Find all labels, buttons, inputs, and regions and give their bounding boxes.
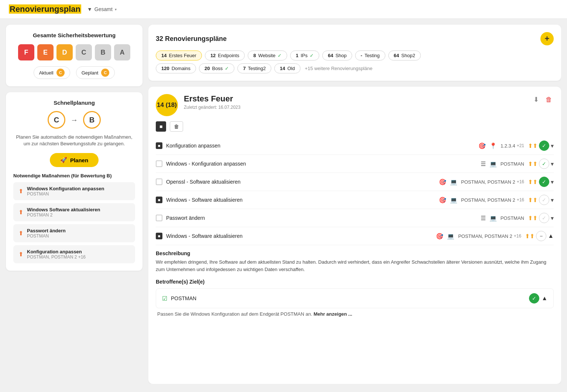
expand-button[interactable]: ▾ — [551, 178, 554, 185]
task-checkbox[interactable]: ■ — [156, 233, 162, 239]
plan-tag-testing2[interactable]: 7 Testing2 — [237, 63, 271, 73]
left-panel: Gesamte Sicherheitsbewertung F E D C B A… — [6, 25, 142, 384]
grade-c[interactable]: C — [76, 44, 92, 60]
betroffene-name: POSTMAN — [171, 295, 529, 301]
task-targets: POSTMAN — [501, 161, 524, 167]
chevron-down-icon: ▾ — [115, 7, 117, 11]
task-target-icon: 💻 — [450, 178, 457, 185]
detail-subtitle: Zuletzt geändert: 16.07.2023 — [184, 105, 532, 110]
grade-list: F E D C B A — [13, 44, 135, 60]
detail-actions: ⬇ 🗑 — [532, 94, 554, 105]
task-targets: POSTMAN, POSTMAN 2 +16 — [461, 179, 524, 185]
grade-d[interactable]: D — [56, 44, 73, 60]
to-grade: B — [83, 111, 101, 129]
betroffene-collapse-button[interactable]: ▲ — [542, 295, 547, 302]
task-checkbox[interactable]: ■ — [156, 142, 162, 149]
grade-f[interactable]: F — [18, 44, 34, 60]
approve-button[interactable]: ✓ — [539, 195, 549, 205]
plan-button[interactable]: 🚀 Planen — [50, 153, 99, 167]
plan-tags-row1: 14 Erstes Feuer 12 Endpoints 8 Website ✓… — [156, 51, 554, 60]
delete-button[interactable]: 🗑 — [544, 94, 554, 105]
betroffene-section: Betroffene(s) Ziel(e) ☑ POSTMAN ✓ ▲ Pass… — [156, 279, 554, 317]
priority-up-button[interactable]: ⬆⬆ — [528, 178, 537, 185]
plan-tag-shop[interactable]: 64 Shop — [322, 51, 352, 60]
table-row: Windows - Konfiguration anpassen ☰ 💻 POS… — [156, 155, 554, 173]
task-name: Windows - Software aktualisieren — [166, 233, 432, 239]
plan-tag-old[interactable]: 14 Old — [274, 63, 300, 73]
grade-flow: C → B — [13, 111, 135, 129]
massnahmen-item-sub: POSTMAN — [27, 191, 104, 197]
up-icon: ⬆ — [18, 251, 23, 258]
approve-button[interactable]: ✓ — [539, 141, 549, 151]
priority-up-button[interactable]: ⬆⬆ — [528, 215, 537, 222]
task-type-icon: 🎯 — [439, 178, 446, 185]
priority-up-button[interactable]: ⬆⬆ — [528, 197, 537, 204]
plan-tag-testing[interactable]: - Testing — [355, 51, 385, 60]
priority-up-button[interactable]: ⬆⬆ — [525, 233, 535, 240]
approve-button[interactable]: ✓ — [539, 213, 549, 223]
task-actions: ⬆⬆ ✓ ▾ — [528, 159, 554, 169]
plan-tag-domains[interactable]: 120 Domains — [156, 63, 196, 73]
task-name: Konfiguration anpassen — [166, 143, 475, 149]
from-grade: C — [48, 111, 65, 129]
select-all-button[interactable]: ■ — [156, 121, 166, 132]
approve-button[interactable]: ✓ — [539, 177, 549, 187]
massnahmen-list: ⬆ Windows Konfiguration anpassen POSTMAN… — [13, 182, 135, 263]
header: Renovierungsplan ▼ Gesamt ▾ — [0, 0, 567, 19]
task-name: Windows - Konfiguration anpassen — [166, 161, 477, 167]
betroffene-title: Betroffene(s) Ziel(e) — [156, 279, 554, 285]
grade-b[interactable]: B — [95, 44, 111, 60]
logo: Renovierungsplan — [9, 4, 81, 14]
check-icon: ✓ — [278, 53, 282, 58]
plan-tag-boss[interactable]: 20 Boss ✓ — [199, 63, 234, 73]
task-checkbox[interactable] — [156, 160, 162, 167]
schnell-title: Schnellplanung — [13, 100, 135, 106]
priority-up-button[interactable]: ⬆⬆ — [528, 142, 537, 149]
plan-tag-shop2[interactable]: 64 Shop2 — [388, 51, 421, 60]
task-checkbox[interactable] — [156, 178, 162, 185]
expand-button[interactable]: ▾ — [551, 142, 554, 149]
approve-button[interactable]: ✓ — [539, 159, 549, 169]
detail-card: 14 (18) Erstes Feuer Zuletzt geändert: 1… — [148, 87, 561, 384]
plan-tags-row2: 120 Domains 20 Boss ✓ 7 Testing2 14 Old … — [156, 63, 554, 73]
right-panel: 32 Renovierungspläne + 14 Erstes Feuer 1… — [148, 25, 561, 384]
task-actions: ⬆⬆ ✓ ▾ — [528, 195, 554, 205]
detail-title-area: Erstes Feuer Zuletzt geändert: 16.07.202… — [184, 94, 532, 110]
collapse-button[interactable]: ▲ — [548, 233, 554, 239]
task-type-icon: ☰ — [481, 215, 486, 222]
mehr-anzeigen-link[interactable]: Mehr anzeigen ... — [313, 311, 352, 317]
security-card: Gesamte Sicherheitsbewertung F E D C B A… — [6, 25, 142, 86]
expand-button[interactable]: ▾ — [551, 197, 554, 204]
more-plans-label[interactable]: +15 weitere Renovierungspläne — [303, 63, 374, 73]
filter-button[interactable]: ▼ Gesamt ▾ — [87, 6, 117, 12]
task-targets: POSTMAN, POSTMAN 2 +16 — [458, 233, 521, 239]
task-checkbox[interactable]: ■ — [156, 197, 162, 203]
check-icon: ✓ — [310, 53, 314, 58]
plan-tag-endpoints[interactable]: 12 Endpoints — [205, 51, 245, 60]
priority-up-button[interactable]: ⬆⬆ — [528, 160, 537, 167]
grade-e[interactable]: E — [37, 44, 54, 60]
minus-button[interactable]: − — [536, 231, 546, 241]
plan-tag-website[interactable]: 8 Website ✓ — [248, 51, 287, 60]
table-row: ■ Windows - Software aktualisieren 🎯 💻 P… — [156, 227, 554, 245]
task-actions: ⬆⬆ ✓ ▾ — [528, 141, 554, 151]
plans-title: 32 Renovierungspläne — [156, 35, 227, 43]
massnahmen-item-sub: POSTMAN — [27, 233, 66, 239]
expand-button[interactable]: ▾ — [551, 160, 554, 167]
task-checkbox[interactable] — [156, 215, 162, 221]
aktuell-label: Aktuell — [39, 70, 54, 76]
betroffene-approve-button[interactable]: ✓ — [529, 293, 539, 303]
task-type-icon: 🎯 — [478, 142, 486, 149]
expand-button[interactable]: ▾ — [551, 215, 554, 222]
detail-toolbar: ■ 🗑 — [156, 121, 554, 132]
up-icon: ⬆ — [18, 230, 23, 237]
plan-tag-erstes-feuer[interactable]: 14 Erstes Feuer — [156, 51, 202, 60]
massnahmen-item-sub: POSTMAN 2 — [27, 212, 100, 218]
trash-button[interactable]: 🗑 — [170, 121, 183, 132]
description-section: Beschreibung Wir empfehlen dringend, Ihr… — [156, 250, 554, 273]
download-button[interactable]: ⬇ — [532, 94, 540, 105]
detail-score: 14 (18) — [156, 94, 178, 116]
add-plan-button[interactable]: + — [540, 32, 554, 45]
grade-a[interactable]: A — [114, 44, 130, 60]
plan-tag-ips[interactable]: 1 IPs ✓ — [290, 51, 319, 60]
